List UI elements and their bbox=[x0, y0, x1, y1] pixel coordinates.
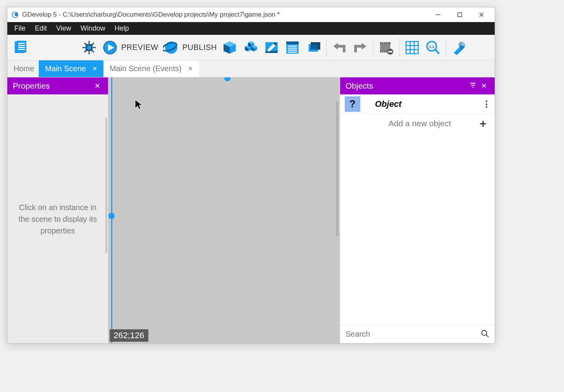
toolbar-separator bbox=[399, 39, 399, 56]
svg-rect-38 bbox=[383, 42, 384, 44]
objects-list: ? Object ⋮ Add a new object ＋ bbox=[340, 94, 495, 325]
scene-canvas[interactable]: 262;126 bbox=[108, 77, 340, 343]
redo-button[interactable] bbox=[351, 38, 370, 57]
maximize-button[interactable] bbox=[449, 8, 471, 21]
tab-label: Main Scene (Events) bbox=[110, 64, 182, 73]
menu-file[interactable]: File bbox=[10, 22, 30, 35]
svg-rect-33 bbox=[288, 51, 297, 53]
svg-rect-13 bbox=[87, 45, 91, 50]
chip-icon bbox=[81, 39, 97, 56]
close-button[interactable] bbox=[471, 8, 492, 21]
svg-rect-7 bbox=[17, 41, 26, 52]
object-row[interactable]: ? Object ⋮ bbox=[340, 94, 495, 114]
close-icon[interactable]: ✕ bbox=[478, 82, 489, 90]
minimize-button[interactable] bbox=[427, 8, 449, 21]
properties-placeholder: Click on an instance in the scene to dis… bbox=[15, 202, 100, 236]
layers-icon bbox=[305, 39, 322, 56]
svg-line-59 bbox=[486, 334, 488, 337]
svg-line-20 bbox=[84, 50, 86, 52]
wrench-icon bbox=[451, 39, 467, 56]
svg-rect-46 bbox=[388, 51, 392, 52]
scrollbar[interactable] bbox=[105, 118, 107, 253]
window-title: GDevelop 5 - C:\Users\charburg\Documents… bbox=[22, 11, 427, 19]
globe-icon bbox=[163, 39, 179, 56]
close-icon[interactable]: ✕ bbox=[186, 65, 194, 72]
origin-guide-vertical bbox=[111, 77, 112, 343]
origin-handle[interactable] bbox=[108, 213, 115, 219]
object-name: Object bbox=[366, 99, 477, 109]
scene-settings-button[interactable] bbox=[449, 38, 469, 57]
preview-button[interactable]: PREVIEW bbox=[100, 38, 160, 57]
svg-rect-31 bbox=[288, 48, 297, 49]
objects-search bbox=[340, 325, 495, 343]
cursor-icon bbox=[134, 99, 143, 111]
svg-rect-32 bbox=[288, 50, 297, 51]
tab-home[interactable]: Home bbox=[7, 60, 39, 77]
svg-rect-37 bbox=[381, 42, 382, 44]
open-properties-button[interactable] bbox=[262, 38, 281, 57]
svg-rect-2 bbox=[458, 13, 462, 17]
open-objects-button[interactable] bbox=[220, 38, 239, 57]
open-layers-button[interactable] bbox=[304, 38, 323, 57]
scrollbar[interactable] bbox=[336, 101, 338, 236]
document-stack-icon bbox=[12, 39, 28, 56]
svg-rect-29 bbox=[286, 41, 299, 44]
svg-rect-9 bbox=[18, 45, 25, 46]
menu-help[interactable]: Help bbox=[110, 22, 134, 35]
app-window: GDevelop 5 - C:\Users\charburg\Documents… bbox=[7, 7, 495, 344]
svg-rect-47 bbox=[406, 41, 418, 54]
search-input[interactable] bbox=[346, 330, 481, 339]
filter-icon[interactable] bbox=[468, 82, 478, 91]
menu-view[interactable]: View bbox=[52, 22, 76, 35]
list-icon bbox=[284, 39, 301, 56]
close-icon[interactable]: ✕ bbox=[92, 82, 103, 90]
svg-line-21 bbox=[92, 50, 94, 52]
menu-window[interactable]: Window bbox=[76, 22, 110, 35]
svg-line-53 bbox=[435, 50, 439, 54]
window-controls bbox=[427, 8, 492, 21]
objects-panel-header: Objects ✕ bbox=[340, 77, 495, 94]
debugger-button[interactable] bbox=[79, 38, 99, 57]
mask-toggle-button[interactable] bbox=[377, 38, 396, 57]
object-thumbnail-icon: ? bbox=[345, 96, 360, 112]
preview-label: PREVIEW bbox=[121, 43, 158, 52]
grid-icon bbox=[404, 39, 420, 56]
menu-bar: File Edit View Window Help bbox=[7, 22, 495, 35]
edit-panel-icon bbox=[263, 39, 280, 56]
close-icon[interactable]: ✕ bbox=[91, 65, 99, 72]
tab-main-scene[interactable]: Main Scene ✕ bbox=[39, 60, 103, 77]
properties-panel: Properties ✕ Click on an instance in the… bbox=[7, 77, 108, 343]
svg-rect-42 bbox=[383, 50, 384, 52]
svg-rect-43 bbox=[385, 50, 386, 52]
open-instances-button[interactable] bbox=[283, 38, 302, 57]
svg-rect-40 bbox=[387, 42, 388, 44]
undo-icon bbox=[331, 39, 347, 56]
tab-main-scene-events[interactable]: Main Scene (Events) ✕ bbox=[103, 60, 199, 77]
undo-button[interactable] bbox=[330, 38, 349, 57]
publish-button[interactable]: PUBLISH bbox=[162, 38, 218, 57]
search-icon[interactable] bbox=[481, 329, 489, 339]
svg-rect-27 bbox=[265, 51, 278, 53]
app-icon bbox=[11, 11, 19, 19]
svg-line-19 bbox=[92, 43, 94, 45]
play-circle-icon bbox=[102, 39, 118, 56]
kebab-menu-icon[interactable]: ⋮ bbox=[482, 99, 490, 109]
zoom-reset-button[interactable]: 1:1 bbox=[423, 38, 443, 57]
project-manager-button[interactable] bbox=[10, 38, 30, 57]
toolbar: PREVIEW PUBLISH bbox=[7, 35, 495, 60]
open-groups-button[interactable] bbox=[241, 38, 260, 57]
add-object-label: Add a new object bbox=[346, 119, 478, 128]
menu-edit[interactable]: Edit bbox=[30, 22, 52, 35]
toolbar-separator bbox=[446, 39, 446, 56]
svg-rect-10 bbox=[18, 47, 25, 48]
toolbar-separator bbox=[373, 39, 373, 56]
plus-icon: ＋ bbox=[478, 116, 488, 131]
add-object-row[interactable]: Add a new object ＋ bbox=[340, 114, 495, 133]
tab-bar: Home Main Scene ✕ Main Scene (Events) ✕ bbox=[7, 60, 495, 77]
svg-rect-30 bbox=[288, 45, 297, 46]
toolbar-separator bbox=[326, 39, 327, 56]
panel-title: Properties bbox=[13, 81, 50, 91]
origin-handle[interactable] bbox=[224, 77, 230, 81]
grid-toggle-button[interactable] bbox=[402, 38, 422, 57]
properties-panel-header: Properties ✕ bbox=[7, 77, 108, 94]
